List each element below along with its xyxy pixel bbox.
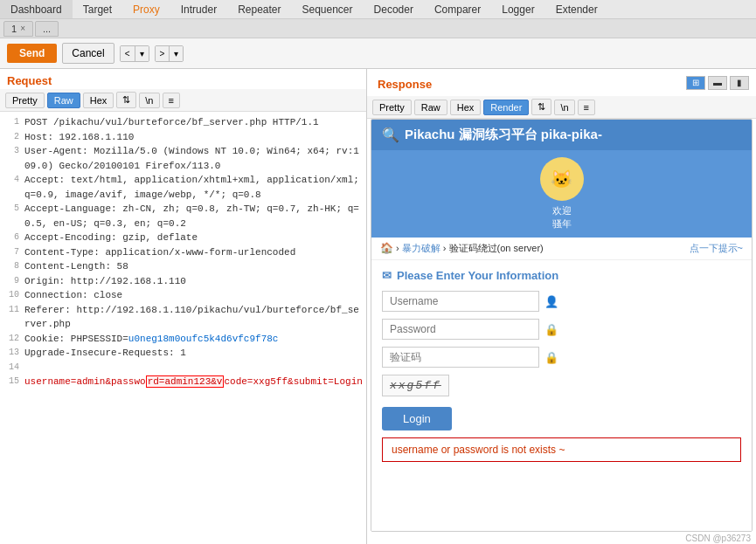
captcha-row: 🔒 [382,347,741,368]
nav-repeater[interactable]: Repeater [227,0,291,18]
req-line-10: 10 Connection: close [0,288,366,303]
nav-sequencer[interactable]: Sequencer [292,0,364,18]
prev-down-button[interactable]: ▾ [135,46,149,61]
req-fmt-raw[interactable]: Raw [47,93,80,108]
req-fmt-menu[interactable]: ≡ [163,93,180,108]
req-line-5: 5 Accept-Language: zh-CN, zh; q=0.8, zh-… [0,202,366,231]
site-header-bar: 🔍 Pikachu 漏洞练习平台 pika-pika- [371,120,752,150]
req-line-14: 14 [0,361,366,375]
nav-logger[interactable]: Logger [491,0,544,18]
home-icon[interactable]: 🏠 [380,242,393,254]
view-vertical-icon[interactable]: ▮ [730,76,749,90]
nav-extender[interactable]: Extender [545,0,608,18]
req-fmt-arrows[interactable]: ⇅ [116,92,136,108]
req-line-12: 12 Cookie: PHPSESSID=u0neg18m0oufc5k4d6v… [0,332,366,347]
mail-icon: ✉ [382,269,392,282]
breadcrumb-hint[interactable]: 点一下提示~ [690,242,743,255]
res-fmt-render[interactable]: Render [483,100,529,115]
response-format-bar: Pretty Raw Hex Render ⇅ \n ≡ [367,96,756,119]
prev-arrow-group: < ▾ [120,45,149,62]
res-fmt-pretty[interactable]: Pretty [372,100,412,115]
login-row: Login [382,403,741,430]
res-fmt-newline[interactable]: \n [554,100,574,115]
req-line-6: 6 Accept-Encoding: gzip, deflate [0,231,366,245]
tab-more-label: ... [43,24,51,34]
search-icon: 🔍 [382,127,399,143]
nav-proxy[interactable]: Proxy [122,0,170,18]
req-line-11: 11 Referer: http://192.168.1.110/pikachu… [0,303,366,332]
breadcrumb-section[interactable]: 暴力破解 [402,243,440,253]
cancel-button[interactable]: Cancel [62,43,114,64]
captcha-lock-icon: 🔒 [544,351,558,364]
res-fmt-arrows[interactable]: ⇅ [531,99,551,115]
res-fmt-raw[interactable]: Raw [414,100,447,115]
res-fmt-menu[interactable]: ≡ [578,100,595,115]
site-title: Pikachu 漏洞练习平台 pika-pika- [405,127,602,143]
view-split-icon[interactable]: ⊞ [686,76,705,90]
tab-1-close[interactable]: × [20,24,25,33]
captcha-input[interactable] [382,347,539,368]
lock-icon: 🔒 [544,323,558,336]
avatar-area: 🐱 欢迎骚年 [371,150,752,238]
breadcrumb-arrow1: › [396,243,402,253]
tab-more[interactable]: ... [35,21,59,37]
response-rendered-content: 🔍 Pikachu 漏洞练习平台 pika-pika- 🐱 欢迎骚年 🏠 › 暴… [371,119,753,532]
send-button[interactable]: Send [7,44,57,63]
password-input[interactable] [382,319,539,340]
form-title: ✉ Please Enter Your Information [382,269,741,282]
form-section: ✉ Please Enter Your Information 👤 🔒 🔒 xx… [371,260,752,531]
nav-comparer[interactable]: Comparer [424,0,491,18]
toolbar: Send Cancel < ▾ > ▾ [0,38,756,69]
request-panel: Request Pretty Raw Hex ⇅ \n ≡ 1 POST /pi… [0,69,367,544]
breadcrumb-page: 验证码绕过(on server) [449,243,544,253]
next-arrow-group: > ▾ [155,45,184,62]
res-fmt-hex[interactable]: Hex [450,100,482,115]
nav-target[interactable]: Target [73,0,122,18]
watermark: CSDN @p36273 [367,532,756,544]
breadcrumb-content: 🏠 › 暴力破解 › 验证码绕过(on server) [380,242,544,255]
req-fmt-hex[interactable]: Hex [83,93,114,108]
username-input[interactable] [382,291,539,312]
next-button[interactable]: > [156,46,170,61]
next-down-button[interactable]: ▾ [170,46,183,61]
main-content: Request Pretty Raw Hex ⇅ \n ≡ 1 POST /pi… [0,69,756,544]
error-message: username or password is not exists ~ [382,437,741,462]
req-fmt-pretty[interactable]: Pretty [5,93,45,108]
response-title: Response [374,72,432,93]
welcome-text: 欢迎骚年 [552,204,572,231]
tab-bar: 1 × ... [0,19,756,38]
breadcrumb-arrow2: › [443,243,449,253]
view-horizontal-icon[interactable]: ▬ [708,76,727,90]
view-icons: ⊞ ▬ ▮ [686,76,749,90]
req-fmt-newline[interactable]: \n [139,93,159,108]
tab-1-label: 1 [11,24,17,34]
req-line-3: 3 User-Agent: Mozilla/5.0 (Windows NT 10… [0,144,366,173]
req-line-4: 4 Accept: text/html, application/xhtml+x… [0,173,366,202]
request-body[interactable]: 1 POST /pikachu/vul/burteforce/bf_server… [0,112,366,544]
login-button[interactable]: Login [382,407,452,430]
req-line-7: 7 Content-Type: application/x-www-form-u… [0,245,366,260]
nav-dashboard[interactable]: Dashboard [0,0,73,18]
request-title: Request [0,69,366,89]
req-line-13: 13 Upgrade-Insecure-Requests: 1 [0,346,366,361]
captcha-image: xxg5ff [382,375,449,396]
request-format-bar: Pretty Raw Hex ⇅ \n ≡ [0,89,366,112]
username-row: 👤 [382,291,741,312]
captcha-display-row: xxg5ff [382,375,741,396]
req-line-15: 15 username=admin&password=admin123&vcod… [0,375,366,389]
req-line-9: 9 Origin: http://192.168.1.110 [0,274,366,289]
req-line-2: 2 Host: 192.168.1.110 [0,130,366,145]
avatar: 🐱 [540,157,584,201]
password-row: 🔒 [382,319,741,340]
nav-decoder[interactable]: Decoder [364,0,424,18]
nav-intruder[interactable]: Intruder [170,0,227,18]
req-line-8: 8 Content-Length: 58 [0,259,366,274]
req-line-1: 1 POST /pikachu/vul/burteforce/bf_server… [0,115,366,130]
tab-1[interactable]: 1 × [3,21,33,37]
response-panel: Response ⊞ ▬ ▮ Pretty Raw Hex Render ⇅ \… [367,69,756,544]
breadcrumb: 🏠 › 暴力破解 › 验证码绕过(on server) 点一下提示~ [371,238,752,260]
user-icon: 👤 [544,295,558,308]
top-nav: Dashboard Target Proxy Intruder Repeater… [0,0,756,19]
prev-button[interactable]: < [121,46,135,61]
response-header: Response ⊞ ▬ ▮ [367,69,756,96]
